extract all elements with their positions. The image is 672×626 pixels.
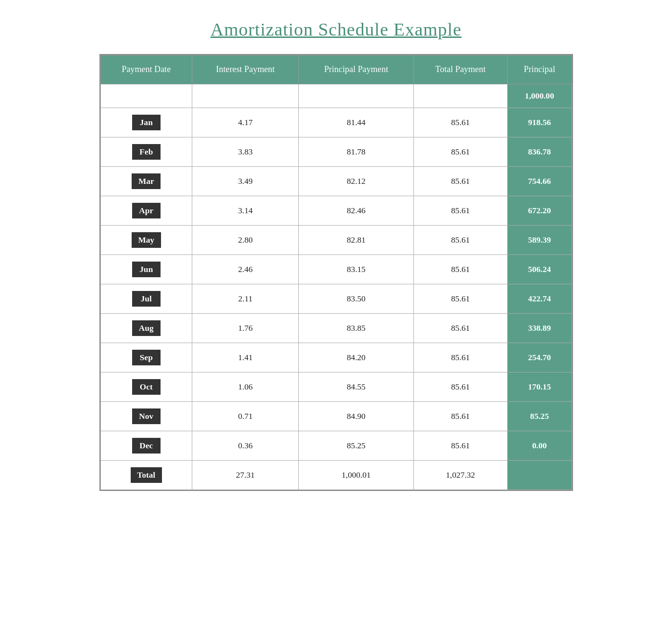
cell-date-total: Total xyxy=(100,460,192,490)
cell-date: Oct xyxy=(100,372,192,401)
cell-principal-payment: 85.25 xyxy=(299,431,414,460)
cell-total-payment: 85.61 xyxy=(413,343,507,372)
table-header-row: Payment Date Interest Payment Principal … xyxy=(100,55,572,84)
cell-principal-payment: 81.78 xyxy=(299,137,414,166)
table-row: Nov 0.71 84.90 85.61 85.25 xyxy=(100,401,572,431)
cell-principal-balance: 254.70 xyxy=(507,343,572,372)
cell-interest: 2.11 xyxy=(192,284,299,313)
cell-interest-initial xyxy=(192,84,299,108)
col-header-principal-payment: Principal Payment xyxy=(299,55,414,84)
cell-interest: 0.71 xyxy=(192,401,299,431)
cell-date: Jun xyxy=(100,254,192,284)
cell-total-payment: 85.61 xyxy=(413,196,507,225)
cell-interest: 2.80 xyxy=(192,225,299,254)
cell-principal-payment-total: 1,000.01 xyxy=(299,460,414,490)
cell-principal-balance: 754.66 xyxy=(507,166,572,196)
table-row: Feb 3.83 81.78 85.61 836.78 xyxy=(100,137,572,166)
table-row-initial: 1,000.00 xyxy=(100,84,572,108)
cell-interest: 2.46 xyxy=(192,254,299,284)
cell-interest: 3.14 xyxy=(192,196,299,225)
cell-principal-balance: 338.89 xyxy=(507,313,572,343)
cell-date: Jan xyxy=(100,108,192,137)
cell-interest: 3.83 xyxy=(192,137,299,166)
cell-interest: 1.41 xyxy=(192,343,299,372)
table-row: Oct 1.06 84.55 85.61 170.15 xyxy=(100,372,572,401)
cell-principal-payment: 83.50 xyxy=(299,284,414,313)
cell-principal-payment: 83.85 xyxy=(299,313,414,343)
cell-total-payment: 85.61 xyxy=(413,313,507,343)
page-title: Amortization Schedule Example xyxy=(99,19,573,40)
table-row-total: Total 27.31 1,000.01 1,027.32 xyxy=(100,460,572,490)
table-row: Mar 3.49 82.12 85.61 754.66 xyxy=(100,166,572,196)
cell-date: Apr xyxy=(100,196,192,225)
cell-principal-payment: 81.44 xyxy=(299,108,414,137)
cell-principal-balance: 422.74 xyxy=(507,284,572,313)
cell-total-payment: 85.61 xyxy=(413,137,507,166)
cell-date: Nov xyxy=(100,401,192,431)
cell-interest: 1.06 xyxy=(192,372,299,401)
cell-principal-payment: 84.90 xyxy=(299,401,414,431)
cell-principal-payment: 84.20 xyxy=(299,343,414,372)
table-row: Aug 1.76 83.85 85.61 338.89 xyxy=(100,313,572,343)
cell-principal-balance: 836.78 xyxy=(507,137,572,166)
col-header-principal: Principal xyxy=(507,55,572,84)
cell-principal-balance: 170.15 xyxy=(507,372,572,401)
table-row: May 2.80 82.81 85.61 589.39 xyxy=(100,225,572,254)
table-row: Jun 2.46 83.15 85.61 506.24 xyxy=(100,254,572,284)
cell-principal-payment: 82.46 xyxy=(299,196,414,225)
cell-total-payment-total: 1,027.32 xyxy=(413,460,507,490)
col-header-total-payment: Total Payment xyxy=(413,55,507,84)
cell-total-payment-initial xyxy=(413,84,507,108)
cell-principal-balance: 672.20 xyxy=(507,196,572,225)
cell-date-initial xyxy=(100,84,192,108)
cell-interest: 3.49 xyxy=(192,166,299,196)
cell-principal-balance: 85.25 xyxy=(507,401,572,431)
table-row: Jan 4.17 81.44 85.61 918.56 xyxy=(100,108,572,137)
cell-total-payment: 85.61 xyxy=(413,225,507,254)
cell-principal-payment-initial xyxy=(299,84,414,108)
cell-date: May xyxy=(100,225,192,254)
cell-date: Dec xyxy=(100,431,192,460)
table-row: Sep 1.41 84.20 85.61 254.70 xyxy=(100,343,572,372)
amortization-table-wrapper: Payment Date Interest Payment Principal … xyxy=(99,54,573,491)
cell-date: Sep xyxy=(100,343,192,372)
cell-date: Mar xyxy=(100,166,192,196)
cell-principal-balance-initial: 1,000.00 xyxy=(507,84,572,108)
cell-date: Feb xyxy=(100,137,192,166)
cell-date: Jul xyxy=(100,284,192,313)
cell-total-payment: 85.61 xyxy=(413,431,507,460)
cell-principal-payment: 82.12 xyxy=(299,166,414,196)
cell-interest: 0.36 xyxy=(192,431,299,460)
cell-principal-balance-total xyxy=(507,460,572,490)
cell-principal-payment: 84.55 xyxy=(299,372,414,401)
cell-total-payment: 85.61 xyxy=(413,284,507,313)
cell-date: Aug xyxy=(100,313,192,343)
col-header-payment-date: Payment Date xyxy=(100,55,192,84)
amortization-table: Payment Date Interest Payment Principal … xyxy=(100,55,572,490)
cell-principal-balance: 589.39 xyxy=(507,225,572,254)
cell-principal-balance: 918.56 xyxy=(507,108,572,137)
cell-total-payment: 85.61 xyxy=(413,401,507,431)
col-header-interest-payment: Interest Payment xyxy=(192,55,299,84)
table-row: Jul 2.11 83.50 85.61 422.74 xyxy=(100,284,572,313)
table-row: Dec 0.36 85.25 85.61 0.00 xyxy=(100,431,572,460)
cell-total-payment: 85.61 xyxy=(413,254,507,284)
table-row: Apr 3.14 82.46 85.61 672.20 xyxy=(100,196,572,225)
cell-total-payment: 85.61 xyxy=(413,108,507,137)
cell-principal-payment: 82.81 xyxy=(299,225,414,254)
cell-total-payment: 85.61 xyxy=(413,166,507,196)
page-container: Amortization Schedule Example Payment Da… xyxy=(99,19,573,491)
cell-interest-total: 27.31 xyxy=(192,460,299,490)
cell-principal-payment: 83.15 xyxy=(299,254,414,284)
cell-interest: 4.17 xyxy=(192,108,299,137)
cell-principal-balance: 0.00 xyxy=(507,431,572,460)
cell-interest: 1.76 xyxy=(192,313,299,343)
cell-principal-balance: 506.24 xyxy=(507,254,572,284)
cell-total-payment: 85.61 xyxy=(413,372,507,401)
